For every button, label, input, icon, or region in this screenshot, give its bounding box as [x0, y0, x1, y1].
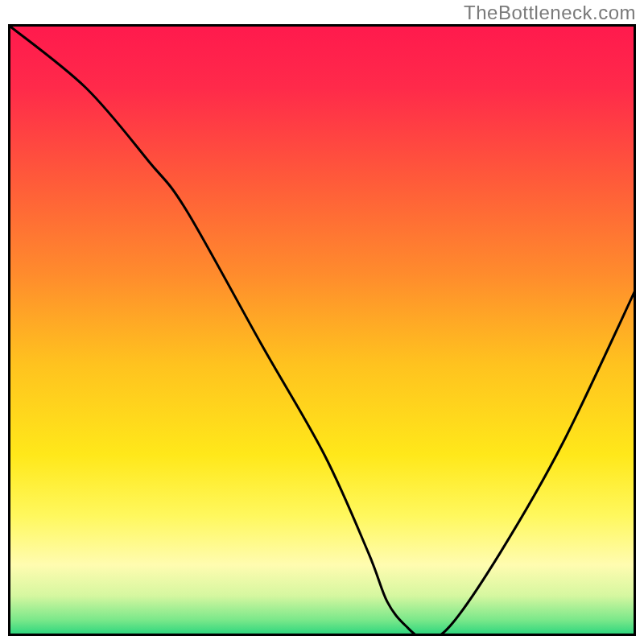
plot-area: [8, 24, 636, 636]
chart-svg: [10, 27, 636, 636]
gradient-background: [10, 27, 636, 636]
chart-frame: TheBottleneck.com: [0, 0, 644, 644]
watermark-text: TheBottleneck.com: [464, 2, 636, 24]
